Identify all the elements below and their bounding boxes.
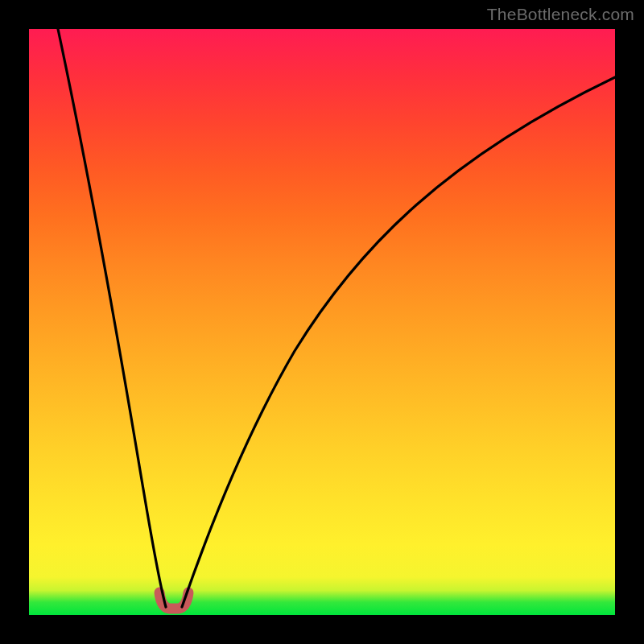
left-branch-path [58,29,166,607]
plot-area [29,29,615,615]
right-branch-path [182,77,615,607]
chart-container: TheBottleneck.com [0,0,644,644]
branding-watermark: TheBottleneck.com [487,5,634,24]
curves-layer [29,29,615,615]
